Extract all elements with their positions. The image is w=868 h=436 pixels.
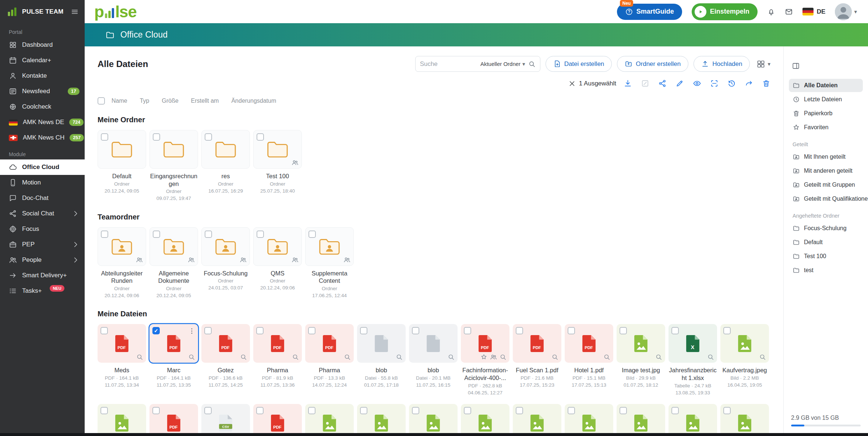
search-icon[interactable] xyxy=(528,60,536,68)
file-thumbnail[interactable] xyxy=(617,404,665,433)
sidebar-item-smart-delivery[interactable]: Smart Delivery+ xyxy=(0,268,85,283)
item-checkbox[interactable] xyxy=(671,327,679,334)
item-checkbox[interactable] xyxy=(204,407,212,414)
file-card[interactable]: PDF Pharma PDF · 13.3 kB 14.07.25, 12:24 xyxy=(305,324,354,388)
file-card[interactable] xyxy=(565,404,613,433)
share-icon[interactable] xyxy=(658,79,667,88)
search-icon[interactable] xyxy=(344,354,351,361)
scan-icon[interactable] xyxy=(710,79,719,88)
folder-card[interactable]: Test 100 Ordner 25.07.25, 18:40 xyxy=(253,130,302,194)
file-card[interactable]: PDF Marc PDF · 164.1 kB 11.07.25, 13:35 xyxy=(149,324,198,388)
item-checkbox[interactable] xyxy=(152,407,160,414)
search-icon[interactable] xyxy=(603,354,610,361)
item-checkbox[interactable] xyxy=(204,327,212,334)
file-thumbnail[interactable]: PDF xyxy=(513,324,561,363)
file-thumbnail[interactable]: CSV xyxy=(201,404,250,433)
rail-item-alle-dateien[interactable]: Alle Dateien xyxy=(789,79,863,92)
search-icon[interactable] xyxy=(292,354,299,361)
folder-thumbnail[interactable] xyxy=(149,130,198,169)
file-card[interactable]: PDF Gotez PDF · 136.6 kB 11.07.25, 14:25 xyxy=(201,324,250,388)
sidebar-item-people[interactable]: People xyxy=(0,252,85,268)
hochladen-button[interactable]: Hochladen xyxy=(694,56,750,72)
folder-thumbnail[interactable] xyxy=(98,130,146,169)
file-thumbnail[interactable]: PDF xyxy=(253,324,302,363)
sidebar-item-amk-news-ch[interactable]: AMK News CH 257 xyxy=(0,130,85,145)
file-card[interactable]: PDF xyxy=(253,404,302,433)
sidebar-item-newsfeed[interactable]: Newsfeed 17 xyxy=(0,84,85,99)
file-thumbnail[interactable]: PDF xyxy=(305,324,354,363)
search-icon[interactable] xyxy=(448,354,455,361)
file-thumbnail[interactable]: PDF xyxy=(253,404,302,433)
item-checkbox[interactable] xyxy=(308,327,315,334)
file-thumbnail[interactable]: PDF xyxy=(98,324,146,363)
folder-thumbnail[interactable] xyxy=(253,130,302,169)
file-thumbnail[interactable] xyxy=(461,404,509,433)
einstempeln-button[interactable]: Einstempeln xyxy=(692,3,758,20)
item-checkbox[interactable] xyxy=(412,327,419,334)
folder-card[interactable]: Supplementa Content Ordner 17.06.25, 12:… xyxy=(305,227,354,299)
file-thumbnail[interactable] xyxy=(98,404,146,433)
folder-thumbnail[interactable] xyxy=(253,227,302,266)
search-icon[interactable] xyxy=(188,354,195,361)
file-card[interactable]: PDF xyxy=(149,404,198,433)
item-checkbox[interactable] xyxy=(516,327,523,334)
history-icon[interactable] xyxy=(727,79,736,88)
file-card[interactable]: X Jahresfinanzbericht 1.xlsx Tabelle · 2… xyxy=(668,324,717,396)
rail-item-test-100[interactable]: Test 100 xyxy=(789,250,863,263)
rail-item-focus-schulung[interactable]: Focus-Schulung xyxy=(789,222,863,235)
file-card[interactable] xyxy=(305,404,354,433)
trash-icon[interactable] xyxy=(762,79,770,88)
sidebar-item-tasks[interactable]: Tasks+ NEU xyxy=(0,283,85,299)
search-scope-dropdown[interactable]: Aktueller Ordner ▾ xyxy=(480,61,525,67)
file-card[interactable] xyxy=(720,404,769,433)
rail-item-geteilt-mit-gruppen[interactable]: Geteilt mit Gruppen xyxy=(789,178,863,191)
column-header-name[interactable]: Name xyxy=(112,98,127,104)
file-thumbnail[interactable] xyxy=(513,404,561,433)
file-thumbnail[interactable]: X xyxy=(668,324,717,363)
item-checkbox[interactable] xyxy=(256,407,264,414)
sidebar-item-calendar[interactable]: Calendar+ xyxy=(0,53,85,68)
file-card[interactable]: PDF Fuel Scan 1.pdf PDF · 21.6 MB 17.07.… xyxy=(513,324,561,388)
folder-card[interactable]: Allgemeine Dokumente Ordner 20.12.24, 09… xyxy=(149,227,198,299)
file-thumbnail[interactable] xyxy=(409,404,458,433)
search-icon[interactable] xyxy=(500,354,507,361)
folder-card[interactable]: Eingangsrechnungen Ordner 09.07.25, 19:4… xyxy=(149,130,198,202)
file-thumbnail[interactable]: PDF xyxy=(149,404,198,433)
file-thumbnail[interactable]: PDF xyxy=(565,324,613,363)
file-card[interactable] xyxy=(668,404,717,433)
item-checkbox[interactable] xyxy=(568,327,575,334)
mail-icon[interactable] xyxy=(785,8,793,16)
item-checkbox[interactable] xyxy=(257,133,264,141)
file-card[interactable] xyxy=(98,404,146,433)
folder-card[interactable]: Focus-Schulung Ordner 24.01.25, 03:07 xyxy=(201,227,250,291)
rail-item-mit-anderen-geteilt[interactable]: Mit anderen geteilt xyxy=(789,164,863,177)
item-checkbox[interactable] xyxy=(100,407,108,414)
file-card[interactable] xyxy=(409,404,458,433)
rail-item-favoriten[interactable]: Favoriten xyxy=(789,121,863,134)
search-icon[interactable] xyxy=(655,354,662,361)
search-box[interactable]: Aktueller Ordner ▾ xyxy=(415,56,540,72)
column-header-anderungsdatum[interactable]: Änderungsdatum xyxy=(231,98,276,104)
sidebar-item-pep[interactable]: PEP xyxy=(0,237,85,252)
rail-item-test[interactable]: test xyxy=(789,264,863,277)
file-thumbnail[interactable]: PDF xyxy=(201,324,250,363)
sidebar-item-kontakte[interactable]: Kontakte xyxy=(0,68,85,84)
sidebar-item-dashboard[interactable]: Dashboard xyxy=(0,37,85,53)
item-checkbox[interactable] xyxy=(360,407,367,414)
file-thumbnail[interactable] xyxy=(305,404,354,433)
column-header-gro-e[interactable]: Größe xyxy=(162,98,178,104)
item-checkbox[interactable] xyxy=(308,407,315,414)
item-checkbox[interactable] xyxy=(257,231,264,238)
sidebar-item-coolcheck[interactable]: Coolcheck xyxy=(0,99,85,115)
search-input[interactable] xyxy=(420,60,477,68)
user-menu[interactable]: ▾ xyxy=(835,3,857,20)
folder-thumbnail[interactable] xyxy=(305,227,354,266)
item-checkbox[interactable] xyxy=(153,133,160,141)
search-icon[interactable] xyxy=(551,354,558,361)
notifications-bell-icon[interactable] xyxy=(767,8,775,16)
file-thumbnail[interactable] xyxy=(565,404,613,433)
item-checkbox[interactable] xyxy=(464,327,471,334)
folder-thumbnail[interactable] xyxy=(149,227,198,266)
column-header-typ[interactable]: Typ xyxy=(140,98,149,104)
ordner-erstellen-button[interactable]: Ordner erstellen xyxy=(617,56,688,72)
